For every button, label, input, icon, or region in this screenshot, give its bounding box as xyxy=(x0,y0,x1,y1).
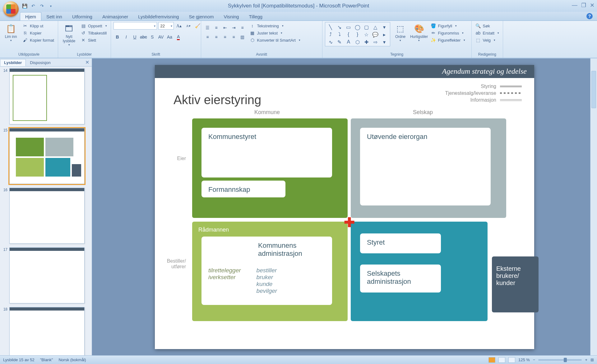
justify-button[interactable]: ≡ xyxy=(230,33,238,41)
close-button[interactable]: ✕ xyxy=(590,2,595,9)
align-right-button[interactable]: ≡ xyxy=(221,33,229,41)
box-selskapets-admin[interactable]: Selskapets administrasjon xyxy=(360,265,441,293)
clear-format-button[interactable]: 🧹 xyxy=(194,22,202,30)
redo-icon[interactable]: ↷ xyxy=(39,3,45,9)
zoom-slider[interactable] xyxy=(538,359,582,361)
shape-connector-icon[interactable]: ⤴ xyxy=(326,31,335,38)
slide-canvas[interactable]: Agendum strategi og ledelse Aktiv eierst… xyxy=(155,65,534,349)
align-center-button[interactable]: ≡ xyxy=(212,33,220,41)
tab-animasjoner[interactable]: Animasjoner xyxy=(97,12,133,21)
columns-button[interactable]: ▥ xyxy=(238,33,247,41)
label-kommune[interactable]: Kommune xyxy=(254,109,280,116)
box-utovende[interactable]: Utøvende eierorgan xyxy=(360,128,491,205)
tab-lysbildefremvisning[interactable]: Lysbildefremvisning xyxy=(133,12,184,21)
zoom-percent[interactable]: 125 % xyxy=(518,357,530,362)
box-kommunens-admin[interactable]: Kommunens administrasjon tilrettelegger … xyxy=(201,237,332,305)
quick-styles-button[interactable]: 🎨Hurtigstiler▾ xyxy=(411,22,428,43)
box-formannskap[interactable]: Formannskap xyxy=(201,181,285,197)
undo-icon[interactable]: ↶ xyxy=(30,3,36,9)
thumbnail[interactable]: 16 xyxy=(1,188,90,244)
tab-se-gjennom[interactable]: Se gjennom xyxy=(184,12,219,21)
layout-button[interactable]: ▤Oppsett▾ xyxy=(79,23,108,29)
box-kommunestyret[interactable]: Kommunestyret xyxy=(201,128,332,177)
panel-tab-slides[interactable]: Lysbilder xyxy=(0,59,26,66)
shape-freeform-icon[interactable]: ✎ xyxy=(335,39,344,45)
shape-down-icon[interactable]: ▾ xyxy=(380,39,389,45)
normal-view-button[interactable] xyxy=(488,357,495,363)
reset-button[interactable]: ↺Tilbakestill xyxy=(79,30,108,36)
shape-more-icon[interactable]: ▾ xyxy=(380,24,389,30)
save-icon[interactable]: 💾 xyxy=(22,3,27,9)
text-direction-button[interactable]: ↕Tekstretning▾ xyxy=(248,23,302,29)
legend[interactable]: Styring Tjenestesalg/leveranse Informasj… xyxy=(445,84,522,104)
grow-font-button[interactable]: A▴ xyxy=(175,22,183,30)
panel-tab-outline[interactable]: Disposisjon xyxy=(26,59,54,66)
shape-effects-button[interactable]: ✨Figureffekter▾ xyxy=(429,37,467,43)
tab-utforming[interactable]: Utforming xyxy=(67,12,97,21)
shape-cross-icon[interactable]: ✚ xyxy=(362,39,371,45)
restore-button[interactable]: ❐ xyxy=(581,2,586,9)
shape-arrow2-icon[interactable]: ⇨ xyxy=(371,39,380,45)
fit-window-button[interactable]: ⊞ xyxy=(590,357,594,362)
shape-brace2-icon[interactable]: } xyxy=(353,31,362,38)
slide-title[interactable]: Aktiv eierstyring xyxy=(174,93,261,107)
label-bestiller[interactable]: Bestiller/ utfører xyxy=(161,258,186,270)
thumbnail[interactable]: 17 xyxy=(1,247,90,303)
new-slide-button[interactable]: 🗔 Nytt lysbilde ▾ xyxy=(61,22,77,48)
panel-close-button[interactable]: ✕ xyxy=(83,58,92,66)
shape-star-icon[interactable]: ☆ xyxy=(362,31,371,38)
minimize-button[interactable]: — xyxy=(572,2,577,9)
label-radmannen[interactable]: Rådmannen xyxy=(198,227,229,233)
shrink-font-button[interactable]: A▾ xyxy=(184,22,192,30)
thumbnail[interactable]: 15 xyxy=(1,128,90,184)
tab-tillegg[interactable]: Tillegg xyxy=(244,12,267,21)
label-selskap[interactable]: Selskap xyxy=(413,109,433,116)
bullets-button[interactable]: ☰ xyxy=(204,24,212,31)
font-family-combo[interactable] xyxy=(113,22,157,30)
shape-arrow-icon[interactable]: ↘ xyxy=(335,24,344,30)
thumbnails-list[interactable]: 14 15 16 17 18 xyxy=(0,67,92,355)
zoom-in-button[interactable]: + xyxy=(585,357,587,362)
shape-curve-icon[interactable]: ∿ xyxy=(326,39,335,45)
shape-rrect-icon[interactable]: ▢ xyxy=(362,24,371,30)
find-button[interactable]: 🔍Søk xyxy=(474,23,501,29)
increase-indent-button[interactable]: ⇥ xyxy=(230,24,238,31)
qat-dropdown-icon[interactable]: ▾ xyxy=(48,3,53,9)
shape-rect-icon[interactable]: ▭ xyxy=(344,24,353,30)
delete-slide-button[interactable]: ✕Slett xyxy=(79,37,108,43)
slideshow-view-button[interactable] xyxy=(508,357,515,363)
arrange-button[interactable]: ⬚Ordne▾ xyxy=(392,22,409,43)
bold-button[interactable]: B xyxy=(113,33,122,41)
slide-editor[interactable]: Agendum strategi og ledelse Aktiv eierst… xyxy=(92,58,597,355)
red-cross-marker[interactable]: ✚ xyxy=(344,215,355,230)
thumbnail[interactable]: 18 xyxy=(1,307,90,355)
numbering-button[interactable]: ≡ xyxy=(212,24,220,31)
change-case-button[interactable]: Aa xyxy=(166,33,174,41)
language-indicator[interactable]: Norsk (bokmål) xyxy=(58,357,86,362)
zoom-out-button[interactable]: − xyxy=(533,357,535,362)
shape-expand-icon[interactable]: ▸ xyxy=(380,31,389,38)
align-left-button[interactable]: ≡ xyxy=(204,33,212,41)
diagram[interactable]: Kommune Selskap Eier Bestiller/ utfører … xyxy=(167,109,522,337)
thumbnail[interactable]: 14 xyxy=(1,68,90,124)
help-icon[interactable]: ? xyxy=(586,13,593,19)
align-text-button[interactable]: ▦Juster tekst▾ xyxy=(248,30,302,36)
slide-banner[interactable]: Agendum strategi og ledelse xyxy=(155,65,534,78)
shape-brace-icon[interactable]: { xyxy=(344,31,353,38)
copy-button[interactable]: ⎘Kopier xyxy=(21,30,55,36)
box-styret[interactable]: Styret xyxy=(360,233,441,253)
box-eksterne[interactable]: Eksterne brukere/ kunder xyxy=(492,256,539,312)
shape-text-icon[interactable]: A xyxy=(344,39,353,45)
strike-button[interactable]: abc xyxy=(140,33,148,41)
cut-button[interactable]: ✂Klipp ut xyxy=(21,23,55,29)
label-eier[interactable]: Eier xyxy=(161,156,186,161)
char-spacing-button[interactable]: AV xyxy=(157,33,165,41)
select-button[interactable]: ⬚Velg▾ xyxy=(474,37,501,43)
shape-elbow-icon[interactable]: ⤵ xyxy=(335,31,344,38)
underline-button[interactable]: U xyxy=(131,33,139,41)
shapes-gallery[interactable]: ╲↘▭◯▢△▾ ⤴⤵{}☆💬▸ ∿✎A⬡✚⇨▾ xyxy=(325,22,390,46)
line-spacing-button[interactable]: ≡ xyxy=(238,24,247,31)
smartart-button[interactable]: ⬡Konverter til SmartArt▾ xyxy=(248,37,302,43)
shape-outline-button[interactable]: ✏Figuromriss▾ xyxy=(429,30,467,36)
sorter-view-button[interactable] xyxy=(498,357,505,363)
